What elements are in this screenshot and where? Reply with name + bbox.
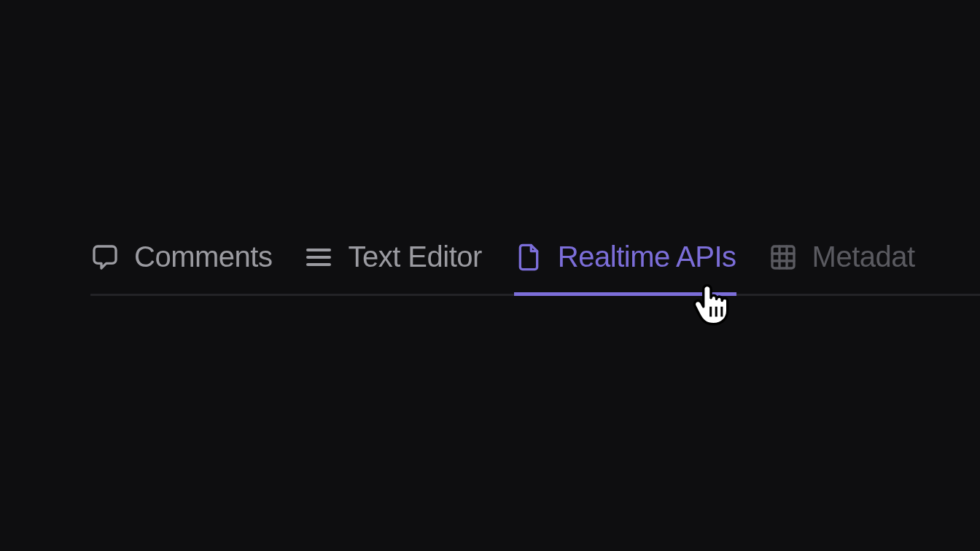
tab-label: Comments bbox=[134, 241, 272, 273]
tab-metadata[interactable]: Metadat bbox=[769, 241, 915, 273]
tab-bar: Comments Text Editor Realtime APIs bbox=[90, 241, 980, 296]
tab-realtime-apis[interactable]: Realtime APIs bbox=[514, 241, 736, 273]
lines-icon bbox=[304, 243, 333, 272]
tab-label: Metadat bbox=[812, 241, 915, 273]
comment-icon bbox=[90, 243, 120, 272]
tab-label: Realtime APIs bbox=[558, 241, 736, 273]
tab-label: Text Editor bbox=[348, 241, 481, 273]
svg-rect-3 bbox=[772, 246, 794, 268]
grid-icon bbox=[769, 243, 798, 272]
tab-text-editor[interactable]: Text Editor bbox=[304, 241, 481, 273]
file-icon bbox=[514, 243, 543, 272]
tab-comments[interactable]: Comments bbox=[90, 241, 272, 273]
